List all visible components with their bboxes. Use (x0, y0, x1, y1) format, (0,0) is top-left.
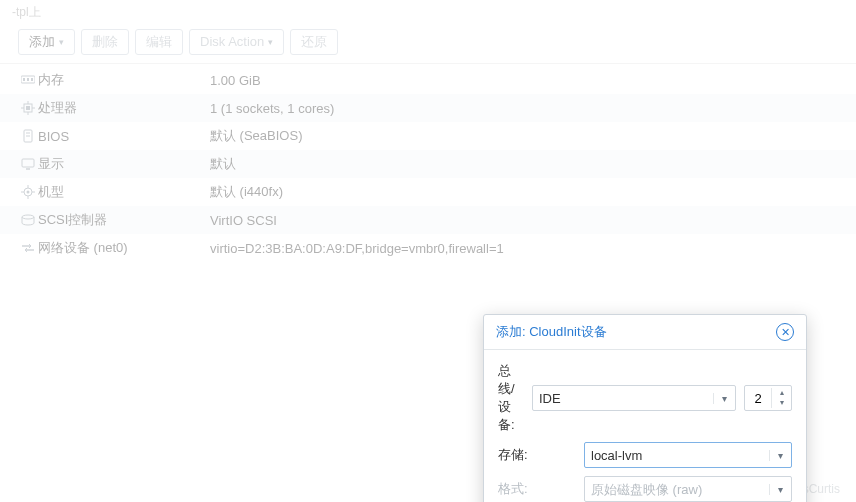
svg-rect-1 (23, 78, 25, 81)
svg-rect-13 (22, 159, 34, 167)
toolbar: 添加▾ 删除 编辑 Disk Action▾ 还原 (0, 21, 856, 64)
disk-action-button[interactable]: Disk Action▾ (189, 29, 284, 55)
display-icon (18, 158, 38, 170)
chevron-down-icon[interactable]: ▾ (713, 393, 735, 404)
scsi-icon (18, 214, 38, 226)
row-value: VirtIO SCSI (210, 213, 277, 228)
step-up-icon[interactable]: ▴ (772, 388, 791, 398)
row-value: 默认 (SeaBIOS) (210, 127, 302, 145)
storage-input[interactable] (585, 448, 769, 463)
row-label: 机型 (38, 183, 210, 201)
row-value: 1 (1 sockets, 1 cores) (210, 101, 334, 116)
svg-rect-5 (26, 106, 30, 110)
svg-point-16 (27, 191, 30, 194)
dialog-title: 添加: CloudInit设备 (496, 323, 607, 341)
table-row[interactable]: SCSI控制器VirtIO SCSI (0, 206, 856, 234)
breadcrumb-scrap: -tpl上 (0, 0, 856, 21)
row-label: BIOS (38, 129, 210, 144)
chevron-down-icon: ▾ (769, 484, 791, 495)
machine-icon (18, 185, 38, 199)
row-value: 默认 (210, 155, 236, 173)
format-input (585, 482, 769, 497)
storage-select[interactable]: ▾ (584, 442, 792, 468)
close-icon[interactable]: ✕ (776, 323, 794, 341)
storage-label: 存储: (498, 446, 576, 464)
row-value: 默认 (i440fx) (210, 183, 283, 201)
memory-icon (18, 75, 38, 85)
svg-rect-2 (27, 78, 29, 81)
svg-rect-3 (31, 78, 33, 81)
svg-point-21 (22, 215, 34, 219)
table-row[interactable]: BIOS默认 (SeaBIOS) (0, 122, 856, 150)
chevron-down-icon: ▾ (59, 34, 64, 50)
edit-button[interactable]: 编辑 (135, 29, 183, 55)
remove-button[interactable]: 删除 (81, 29, 129, 55)
revert-button[interactable]: 还原 (290, 29, 338, 55)
add-cloudinit-dialog: 添加: CloudInit设备 ✕ 总线/设备: ▾ ▴▾ 存储: ▾ 格式: (483, 314, 807, 502)
row-label: 内存 (38, 71, 210, 89)
net-icon (18, 243, 38, 253)
step-down-icon[interactable]: ▾ (772, 398, 791, 408)
row-label: 处理器 (38, 99, 210, 117)
bus-index-stepper[interactable]: ▴▾ (744, 385, 792, 411)
table-row[interactable]: 内存1.00 GiB (0, 66, 856, 94)
table-row[interactable]: 显示默认 (0, 150, 856, 178)
bus-select[interactable]: ▾ (532, 385, 736, 411)
chevron-down-icon[interactable]: ▾ (769, 450, 791, 461)
bios-icon (18, 129, 38, 143)
bus-input[interactable] (533, 391, 713, 406)
add-button[interactable]: 添加▾ (18, 29, 75, 55)
row-label: 显示 (38, 155, 210, 173)
row-value: 1.00 GiB (210, 73, 261, 88)
bus-label: 总线/设备: (498, 362, 524, 434)
cpu-icon (18, 101, 38, 115)
bus-index-input[interactable] (745, 391, 771, 406)
table-row[interactable]: 处理器1 (1 sockets, 1 cores) (0, 94, 856, 122)
table-row[interactable]: 机型默认 (i440fx) (0, 178, 856, 206)
hardware-list: 内存1.00 GiB处理器1 (1 sockets, 1 cores)BIOS默… (0, 64, 856, 264)
row-label: 网络设备 (net0) (38, 239, 210, 257)
row-label: SCSI控制器 (38, 211, 210, 229)
row-value: virtio=D2:3B:BA:0D:A9:DF,bridge=vmbr0,fi… (210, 241, 504, 256)
format-select: ▾ (584, 476, 792, 502)
table-row[interactable]: 网络设备 (net0)virtio=D2:3B:BA:0D:A9:DF,brid… (0, 234, 856, 262)
chevron-down-icon: ▾ (268, 34, 273, 50)
format-label: 格式: (498, 480, 576, 498)
